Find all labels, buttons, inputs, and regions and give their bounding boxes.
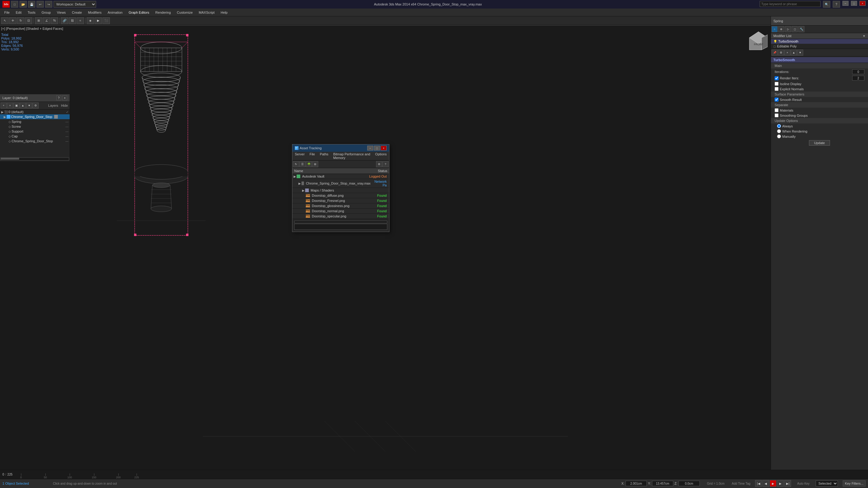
at-list-btn[interactable]: ☰: [299, 161, 306, 167]
at-row-vault[interactable]: ▶ Autodesk Vault Logged Out: [292, 174, 389, 179]
mod-down-btn[interactable]: ▼: [797, 50, 803, 56]
help-icon[interactable]: ?: [833, 1, 840, 8]
mod-icon-hierarchy[interactable]: ⊕: [778, 26, 784, 32]
menu-rendering[interactable]: Rendering: [152, 10, 174, 15]
layers-delete-btn[interactable]: ×: [7, 102, 13, 108]
render-iters-checkbox[interactable]: [775, 76, 779, 80]
smoothing-groups-checkbox[interactable]: [775, 113, 779, 117]
workspace-dropdown[interactable]: Workspace: Default: [54, 1, 96, 8]
menu-views[interactable]: Views: [54, 10, 69, 15]
search-icon[interactable]: 🔍: [823, 1, 830, 8]
iterations-input[interactable]: [852, 69, 864, 74]
mod-icon-object[interactable]: ○: [772, 26, 778, 32]
z-input[interactable]: [678, 481, 700, 486]
menu-tools[interactable]: Tools: [25, 10, 39, 15]
layer-item-default[interactable]: ▶ ⬛ 0 (default) ✓: [0, 109, 70, 114]
mod-icon-utilities[interactable]: 🔧: [798, 26, 804, 32]
menu-file[interactable]: File: [1, 10, 13, 15]
modifier-list-dropdown[interactable]: ▼: [863, 34, 866, 38]
layers-settings-btn[interactable]: ⚙: [33, 102, 39, 108]
scale-tool[interactable]: ⊡: [25, 17, 32, 24]
mod-icon-motion[interactable]: ▷: [785, 26, 791, 32]
maximize-button[interactable]: □: [851, 1, 857, 6]
selected-dropdown[interactable]: Selected: [816, 480, 838, 486]
go-end-btn[interactable]: ▶|: [784, 480, 791, 487]
redo-btn[interactable]: ↪: [45, 1, 52, 8]
menu-graph-editors[interactable]: Graph Editors: [126, 10, 152, 15]
new-btn[interactable]: □: [11, 1, 18, 8]
layers-new-btn[interactable]: +: [1, 102, 7, 108]
go-start-btn[interactable]: |◀: [755, 480, 762, 487]
viewport[interactable]: [+] [Perspective] [Shaded + Edged Faces]…: [0, 26, 771, 470]
menu-create[interactable]: Create: [69, 10, 85, 15]
mod-config-btn[interactable]: ⚙: [778, 50, 784, 56]
at-tree-btn[interactable]: 🌳: [306, 161, 312, 167]
menu-maxscript[interactable]: MAXScript: [196, 10, 218, 15]
mod-icon-display[interactable]: ◻: [792, 26, 798, 32]
smooth-result-checkbox[interactable]: [775, 98, 779, 102]
scrollbar-thumb[interactable]: [1, 158, 19, 160]
snap-tool[interactable]: ⊞: [35, 17, 42, 24]
menu-customize[interactable]: Customize: [174, 10, 196, 15]
view-cube[interactable]: FRONT: [743, 29, 768, 54]
layers-question-btn[interactable]: ?: [56, 95, 61, 100]
layer-item-support[interactable]: ◇ Support —: [0, 129, 70, 134]
close-button[interactable]: ×: [860, 1, 866, 6]
at-row-glossiness[interactable]: PNG Doorstop_glossiness.png Found: [292, 203, 389, 208]
isoline-checkbox[interactable]: [775, 82, 779, 86]
at-grid-btn[interactable]: ⊞: [312, 161, 318, 167]
bind-tool[interactable]: ≈: [77, 17, 84, 24]
at-menu-paths[interactable]: Paths: [317, 152, 331, 160]
next-frame-btn[interactable]: ▶: [777, 480, 784, 487]
mod-pin-btn[interactable]: 📌: [772, 50, 778, 56]
layer-item-screw[interactable]: ◇ Screw —: [0, 124, 70, 129]
menu-modifiers[interactable]: Modifiers: [85, 10, 105, 15]
open-btn[interactable]: 📂: [20, 1, 27, 8]
key-filters-button[interactable]: Key Filters...: [843, 480, 866, 486]
manually-radio[interactable]: [777, 134, 781, 138]
at-maximize-btn[interactable]: □: [374, 145, 380, 151]
at-menu-server[interactable]: Server: [292, 152, 307, 160]
layer-item-cap[interactable]: ◇ Cap —: [0, 134, 70, 139]
move-tool[interactable]: ✛: [9, 17, 17, 24]
at-row-maps[interactable]: ▶ Maps / Shaders: [292, 188, 389, 193]
link-tool[interactable]: 🔗: [61, 17, 68, 24]
menu-animation[interactable]: Animation: [105, 10, 126, 15]
search-input[interactable]: [760, 1, 820, 7]
render-iters-input[interactable]: [852, 76, 864, 80]
render-setup[interactable]: ▶: [95, 17, 102, 24]
at-minimize-btn[interactable]: −: [367, 145, 373, 151]
layer-item-chrome-spring-child[interactable]: ◇ Chrome_Spring_Door_Stop —: [0, 139, 70, 143]
modifier-turbosmooth-row[interactable]: 💡 TurboSmooth: [771, 39, 868, 44]
at-settings-btn[interactable]: ⚙: [376, 161, 382, 167]
layer-item-spring[interactable]: ◇ Spring —: [0, 119, 70, 124]
y-input[interactable]: [652, 481, 673, 486]
angle-snap[interactable]: ∠: [43, 17, 50, 24]
at-row-normal[interactable]: PNG Doorstop_normal.png Found: [292, 208, 389, 214]
at-menu-file[interactable]: File: [307, 152, 317, 160]
at-row-fresnel[interactable]: PNG Doorstop_Fresnel.png Found: [292, 198, 389, 203]
minimize-button[interactable]: −: [842, 1, 848, 6]
at-menu-options[interactable]: Options: [373, 152, 389, 160]
at-row-specular[interactable]: PNG Doorstop_specular.png Found: [292, 214, 389, 219]
rotate-tool[interactable]: ↻: [17, 17, 24, 24]
at-row-max-file[interactable]: ▶ Chrome_Spring_Door_Stop_max_vray.max N…: [292, 179, 389, 188]
layer-item-chrome-spring[interactable]: ▶ Chrome_Spring_Door_Stop: [0, 114, 70, 119]
add-time-tag-btn[interactable]: Add Time Tag: [732, 482, 750, 485]
layers-move-down-btn[interactable]: ▼: [26, 102, 32, 108]
at-close-btn[interactable]: ×: [381, 145, 387, 151]
material-editor[interactable]: ◈: [87, 17, 94, 24]
save-btn[interactable]: 💾: [28, 1, 35, 8]
prev-frame-btn[interactable]: ◀: [763, 480, 769, 487]
layers-scrollbar[interactable]: [1, 158, 69, 161]
at-help-btn[interactable]: ?: [382, 161, 389, 167]
menu-help[interactable]: Help: [218, 10, 230, 15]
percent-snap[interactable]: %: [51, 17, 58, 24]
undo-btn[interactable]: ↩: [36, 1, 44, 8]
update-button[interactable]: Update: [809, 140, 830, 145]
select-tool[interactable]: ↖: [1, 17, 8, 24]
modifier-editable-poly-row[interactable]: ◻ Editable Poly: [771, 44, 868, 48]
menu-edit[interactable]: Edit: [13, 10, 25, 15]
play-btn[interactable]: ▶: [770, 480, 776, 487]
layers-close-btn[interactable]: ×: [62, 95, 67, 100]
